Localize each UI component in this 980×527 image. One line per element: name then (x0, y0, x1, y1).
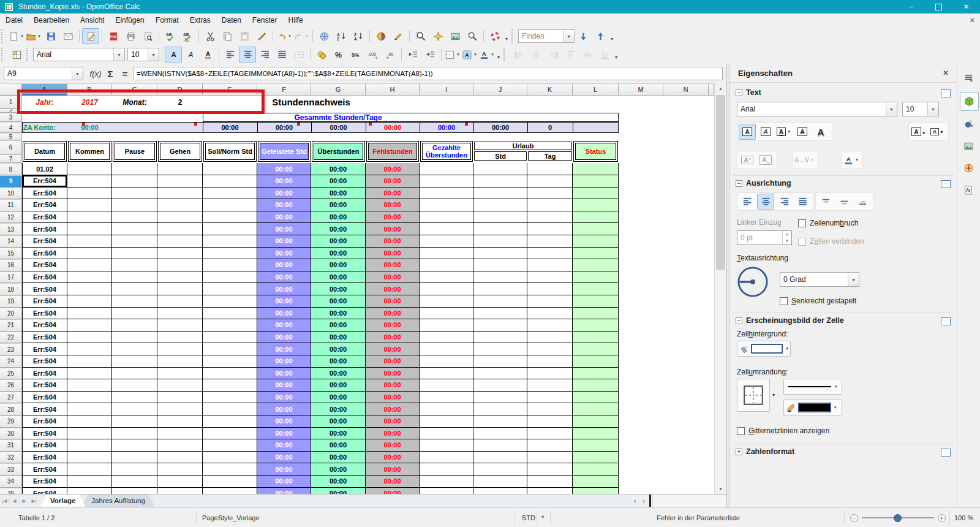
bold-icon[interactable]: A (165, 47, 182, 63)
sheet-tab-vorlage[interactable]: Vorlage (40, 495, 85, 507)
cell-A14[interactable]: Err:504 (22, 235, 67, 248)
cell-D21[interactable] (157, 319, 203, 332)
cell-K27[interactable] (527, 392, 573, 404)
column-header-N[interactable]: N (663, 83, 709, 96)
cell-J13[interactable] (473, 223, 527, 235)
currency-icon[interactable] (313, 47, 330, 63)
toolbar-overflow-icon[interactable]: ▾ (615, 55, 617, 60)
cell-I15[interactable] (420, 248, 473, 260)
cell-K18[interactable] (527, 283, 573, 295)
align-justify-icon[interactable] (273, 47, 290, 63)
cell-D29[interactable] (157, 415, 203, 428)
cell-D17[interactable] (157, 271, 203, 284)
row-header-13[interactable]: 13 (0, 223, 22, 235)
formula-input[interactable]: =WENN(ISTNV($A$8+ZEILE(TAGEIMMONAT(A8)-1… (134, 67, 723, 80)
line-color-button[interactable]: ▾ (783, 400, 842, 415)
cell-E27[interactable] (203, 392, 257, 404)
cell-I17[interactable] (420, 271, 473, 284)
section-zahlenformat[interactable]: +Zahlenformat (736, 447, 794, 456)
spellcheck-icon[interactable]: AB (162, 28, 179, 44)
cell-J23[interactable] (473, 343, 527, 355)
cell-C25[interactable] (112, 368, 157, 380)
row-header-15[interactable]: 15 (0, 248, 22, 260)
cell-D14[interactable] (157, 235, 203, 248)
row-header-6[interactable]: 6 (0, 140, 22, 154)
cell-C19[interactable] (112, 295, 157, 308)
cell-L31[interactable] (573, 439, 619, 452)
cell-C20[interactable] (112, 308, 157, 320)
cell-L26[interactable] (573, 379, 619, 392)
cell-C32[interactable] (112, 452, 157, 464)
sheet-cell[interactable]: 0 (527, 122, 573, 133)
cell-C27[interactable] (112, 392, 157, 404)
cell-B30[interactable] (67, 428, 112, 440)
cell-E24[interactable] (203, 355, 257, 368)
cell-C26[interactable] (112, 379, 157, 392)
cell-I34[interactable] (420, 476, 473, 488)
cell-K13[interactable] (527, 223, 573, 235)
column-header-F[interactable]: F (257, 83, 311, 96)
cell-E13[interactable] (203, 223, 257, 235)
cell-D25[interactable] (157, 368, 203, 380)
cell-B24[interactable] (67, 355, 112, 368)
sheet-cell[interactable]: 00:00 (203, 122, 257, 133)
cell-B14[interactable] (67, 235, 112, 248)
cell-G17[interactable]: 00:00 (311, 271, 366, 284)
cell-G34[interactable]: 00:00 (311, 476, 366, 488)
align-left-button[interactable] (739, 194, 756, 210)
cell-L28[interactable] (573, 403, 619, 415)
row-header-20[interactable]: 20 (0, 308, 22, 320)
sort-ascending-icon[interactable]: AZ (333, 28, 350, 44)
cell-K9[interactable] (527, 175, 573, 188)
cell-F16[interactable]: 00:00 (257, 259, 311, 271)
cell-I35[interactable] (420, 488, 473, 494)
cell-L22[interactable] (573, 332, 619, 344)
hscroll-right-icon[interactable]: › (639, 495, 648, 507)
cell-B35[interactable] (67, 488, 112, 494)
scroll-up-icon[interactable]: ▲ (715, 83, 726, 94)
cell-A8[interactable]: 01.02 (22, 163, 67, 175)
cell-F13[interactable]: 00:00 (257, 223, 311, 235)
cell-I29[interactable] (420, 415, 473, 428)
row-header-19[interactable]: 19 (0, 295, 22, 308)
underline-icon[interactable]: A (199, 47, 216, 63)
zahlenformat-collapse-icon[interactable]: + (736, 449, 742, 455)
cell-F19[interactable]: 00:00 (257, 295, 311, 308)
cell-I30[interactable] (420, 428, 473, 440)
cell-D35[interactable] (157, 488, 203, 494)
sheet-cell[interactable]: Gesammte Stunden/Tage (203, 113, 473, 122)
header-soll-norm-std[interactable]: Soll/Norm Std (203, 141, 257, 162)
text-collapse-icon[interactable]: − (736, 89, 742, 96)
cell-J11[interactable] (473, 199, 527, 211)
cell-G14[interactable]: 00:00 (311, 235, 366, 248)
cell-F15[interactable]: 00:00 (257, 248, 311, 260)
row-header-25[interactable]: 25 (0, 368, 22, 380)
cell-L34[interactable] (573, 476, 619, 488)
cell-D22[interactable] (157, 332, 203, 344)
cell-C15[interactable] (112, 248, 157, 260)
cell-H28[interactable]: 00:00 (366, 403, 420, 415)
cell-F29[interactable]: 00:00 (257, 415, 311, 428)
cell-C30[interactable] (112, 428, 157, 440)
cell-B27[interactable] (67, 392, 112, 404)
cell-I14[interactable] (420, 235, 473, 248)
column-header-M[interactable]: M (619, 83, 663, 96)
cell-G13[interactable]: 00:00 (311, 223, 366, 235)
cell-D8[interactable] (157, 163, 203, 175)
cell-I20[interactable] (420, 308, 473, 320)
cell-A18[interactable]: Err:504 (22, 283, 67, 295)
find-up-icon[interactable] (592, 28, 609, 44)
cell-I18[interactable] (420, 283, 473, 295)
row-header-21[interactable]: 21 (0, 319, 22, 332)
cell-D20[interactable] (157, 308, 203, 320)
cell-G29[interactable]: 00:00 (311, 415, 366, 428)
cell-C35[interactable] (112, 488, 157, 494)
column-header-H[interactable]: H (366, 83, 420, 96)
cell-G23[interactable]: 00:00 (311, 343, 366, 355)
cell-A17[interactable]: Err:504 (22, 271, 67, 284)
cell-J28[interactable] (473, 403, 527, 415)
cell-H30[interactable]: 00:00 (366, 428, 420, 440)
cell-K23[interactable] (527, 343, 573, 355)
cell-D27[interactable] (157, 392, 203, 404)
vertical-scrollbar[interactable]: ▲ ▼ (714, 83, 726, 494)
